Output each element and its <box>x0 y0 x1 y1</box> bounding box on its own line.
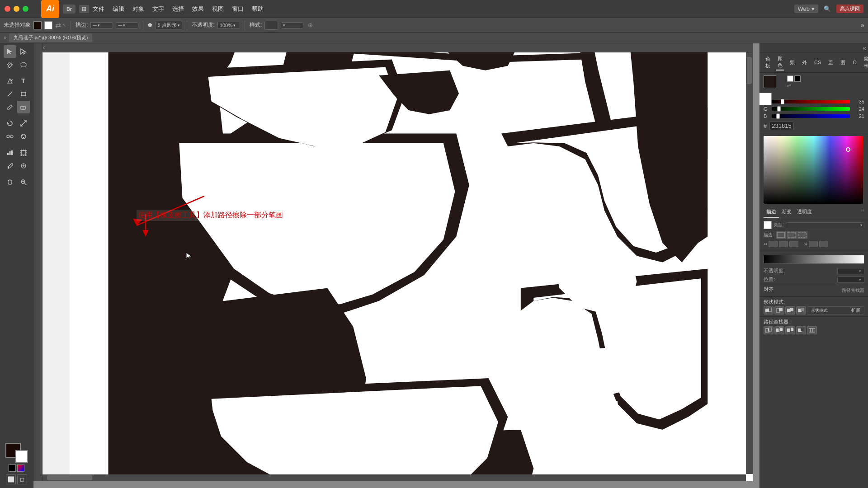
bridge-button[interactable]: Br <box>63 5 75 14</box>
line-tool[interactable] <box>4 88 16 100</box>
selection-tool[interactable] <box>4 45 16 58</box>
shape-btn-4[interactable] <box>796 306 806 314</box>
direct-selection-tool[interactable] <box>17 45 30 58</box>
none-color[interactable] <box>9 465 16 472</box>
sg-panel-expand[interactable]: ≡ <box>861 206 864 218</box>
stroke-pos-1[interactable] <box>769 241 778 247</box>
sg-tab-gradient[interactable]: 渐变 <box>779 206 794 218</box>
menu-view[interactable]: 视图 <box>212 5 224 13</box>
white-swatch-small[interactable] <box>787 75 793 82</box>
scale-tool[interactable] <box>17 117 30 130</box>
zoom-tool[interactable] <box>17 176 30 188</box>
opacity-prop-dropdown[interactable]: ▾ <box>837 268 864 274</box>
panel-expand-btn[interactable]: » <box>860 21 864 29</box>
style-dropdown[interactable]: ▾ <box>281 22 303 28</box>
color-spectrum[interactable] <box>764 136 863 204</box>
shape-btn-1[interactable] <box>764 306 774 314</box>
position-prop-dropdown[interactable]: ▾ <box>837 277 864 283</box>
minimize-button[interactable] <box>14 6 19 12</box>
background-swatch[interactable] <box>759 93 772 105</box>
brush-type-dropdown[interactable]: 5 点圆形▾ <box>155 21 182 29</box>
fill-none-btn[interactable]: ⬜ <box>6 474 16 484</box>
menu-help[interactable]: 帮助 <box>252 5 264 13</box>
tab-freq[interactable]: 频 <box>788 58 797 67</box>
tab-magic[interactable]: 魔棒 <box>862 55 868 70</box>
horizontal-scrollbar[interactable] <box>33 474 746 481</box>
foreground-swatch[interactable] <box>764 75 776 88</box>
panel-collapse-button[interactable]: « <box>760 43 868 52</box>
blend-tool[interactable] <box>4 130 16 143</box>
rotate-tool[interactable] <box>4 117 16 130</box>
close-button[interactable] <box>5 6 10 12</box>
menu-edit[interactable]: 编辑 <box>113 5 124 13</box>
eyedropper-tool[interactable] <box>4 160 16 172</box>
tab-image[interactable]: 图 <box>839 58 847 67</box>
menu-type[interactable]: 文字 <box>152 5 164 13</box>
vertical-scrollbar[interactable] <box>746 43 753 474</box>
sg-tab-stroke[interactable]: 描边 <box>764 206 779 218</box>
shape-btn-3[interactable] <box>785 306 795 314</box>
stroke-type-dropdown[interactable]: ▾ <box>786 222 864 228</box>
menu-object[interactable]: 对象 <box>132 5 144 13</box>
finder-btn-5[interactable] <box>807 326 817 334</box>
tab-outer[interactable]: 外 <box>800 58 809 67</box>
finder-btn-3[interactable] <box>785 326 795 334</box>
tab-cover[interactable]: 盖 <box>826 58 835 67</box>
web-dropdown[interactable]: Web ▾ <box>794 5 819 13</box>
stroke-end-dropdown[interactable]: —▾ <box>116 22 138 28</box>
tab-swatch[interactable]: 色板 <box>764 55 772 70</box>
gradient-color[interactable] <box>17 465 24 472</box>
g-slider-thumb[interactable] <box>777 106 781 112</box>
text-tool[interactable]: T <box>17 75 30 87</box>
document-tab[interactable]: 九号巷子.ai* @ 300% (RGB/预览) <box>9 33 93 42</box>
measure-tool[interactable] <box>17 160 30 172</box>
b-slider-thumb[interactable] <box>776 113 780 119</box>
stroke-pos-2[interactable] <box>779 241 788 247</box>
shape-btn-2[interactable] <box>774 306 784 314</box>
magic-wand-tool[interactable] <box>4 58 16 71</box>
tab-o[interactable]: O <box>851 59 859 66</box>
stroke-pos-3[interactable] <box>789 241 798 247</box>
arrange-button[interactable]: ⊞ <box>79 5 89 13</box>
pencil-tool[interactable] <box>4 101 16 113</box>
lasso-tool[interactable] <box>17 58 30 71</box>
hand-tool[interactable] <box>4 176 16 188</box>
symbol-sprayer-tool[interactable] <box>17 130 30 143</box>
style-swatch[interactable] <box>264 21 278 30</box>
swap-icon[interactable]: ⇄ <box>787 83 791 88</box>
background-color[interactable] <box>15 450 28 463</box>
finder-btn-1[interactable] <box>764 326 774 334</box>
menu-file[interactable]: 文件 <box>93 5 104 13</box>
stroke-icon-3[interactable] <box>797 231 807 239</box>
finder-btn-4[interactable] <box>796 326 806 334</box>
screen-mode-btn[interactable]: ◻ <box>17 474 27 484</box>
tab-cs[interactable]: CS <box>812 59 823 66</box>
finder-btn-2[interactable] <box>774 326 784 334</box>
hex-value[interactable]: 231815 <box>769 122 793 130</box>
menu-effect[interactable]: 效果 <box>192 5 204 13</box>
spectrum-cursor[interactable] <box>846 147 850 152</box>
opacity-dropdown[interactable]: 100%▾ <box>217 22 240 29</box>
r-slider-thumb[interactable] <box>781 99 784 104</box>
tab-color[interactable]: 颜色 <box>776 54 784 70</box>
stroke-icon-1[interactable] <box>776 231 786 239</box>
sg-tab-transparency[interactable]: 透明度 <box>794 206 815 218</box>
artboard-tool[interactable] <box>17 146 30 159</box>
stroke-style-dropdown[interactable]: —▾ <box>90 22 113 28</box>
stroke-scale-2[interactable] <box>819 241 828 247</box>
maximize-button[interactable] <box>23 6 28 12</box>
stroke-icon-2[interactable] <box>787 231 797 239</box>
menu-select[interactable]: 选择 <box>172 5 184 13</box>
menu-window[interactable]: 窗口 <box>232 5 244 13</box>
fill-swatch[interactable] <box>33 21 42 29</box>
expand-button[interactable]: 形状模式: 扩展 <box>807 306 864 314</box>
stroke-color-swatch[interactable] <box>764 221 772 229</box>
eraser-tool[interactable] <box>17 101 30 113</box>
stroke-scale-1[interactable] <box>809 241 818 247</box>
graph-tool[interactable] <box>4 146 16 159</box>
pen-tool[interactable] <box>4 75 16 87</box>
tab-close-icon[interactable]: × <box>4 35 6 40</box>
black-swatch-small[interactable] <box>794 75 801 82</box>
stroke-swatch[interactable] <box>44 21 52 29</box>
rect-tool[interactable] <box>17 88 30 100</box>
